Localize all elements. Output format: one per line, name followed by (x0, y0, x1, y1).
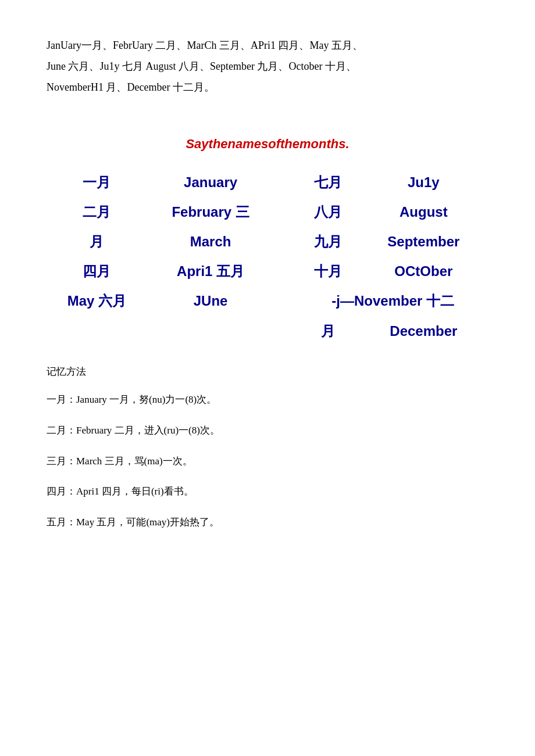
months-row-5: May 六月 JUne -j—November 十二 (47, 286, 488, 316)
spacer6 (274, 316, 297, 346)
intro-line3: NovemberH1 月、December 十二月。 (47, 81, 215, 93)
memory-item-2: 二月：February 二月，进入(ru)一(8)次。 (47, 422, 488, 440)
spacer3 (274, 227, 297, 256)
memory-item-4: 四月：Apri1 四月，每日(ri)看书。 (47, 483, 488, 501)
zh-jan: 一月 (47, 167, 147, 197)
intro-line1: JanUary一月、FebrUary 二月、MarCh 三月、APri1 四月、… (47, 40, 363, 51)
months-row-6: 月 December (47, 316, 488, 346)
empty2 (147, 316, 274, 346)
en-jun: JUne (147, 286, 274, 316)
section-title: Saythenamesofthemonths. (47, 132, 488, 156)
en-nov: -j—November 十二 (297, 286, 488, 316)
memory-item-1: 一月：January 一月，努(nu)力一(8)次。 (47, 391, 488, 409)
en-jul: Ju1y (359, 167, 488, 197)
memory-title: 记忆方法 (47, 363, 488, 381)
en-dec: December (359, 316, 488, 346)
zh-apr: 四月 (47, 256, 147, 286)
zh-dec: 月 (297, 316, 358, 346)
months-row-1: 一月 January 七月 Ju1y (47, 167, 488, 197)
zh-aug: 八月 (297, 197, 358, 227)
en-mar: March (147, 227, 274, 256)
months-table: 一月 January 七月 Ju1y 二月 February 三 八月 Augu… (47, 167, 488, 346)
memory-section: 记忆方法 一月：January 一月，努(nu)力一(8)次。 二月：Febru… (47, 363, 488, 532)
memory-item-3: 三月：March 三月，骂(ma)一次。 (47, 453, 488, 471)
zh-feb: 二月 (47, 197, 147, 227)
months-row-4: 四月 Apri1 五月 十月 OCtOber (47, 256, 488, 286)
months-row-3: 月 March 九月 September (47, 227, 488, 256)
zh-mar: 月 (47, 227, 147, 256)
months-row-2: 二月 February 三 八月 August (47, 197, 488, 227)
spacer4 (274, 256, 297, 286)
empty1 (47, 316, 147, 346)
en-sep: September (359, 227, 488, 256)
spacer1 (274, 167, 297, 197)
en-oct: OCtOber (359, 256, 488, 286)
zh-oct: 十月 (297, 256, 358, 286)
memory-item-5: 五月：May 五月，可能(may)开始热了。 (47, 514, 488, 532)
en-feb: February 三 (147, 197, 274, 227)
en-jan: January (147, 167, 274, 197)
en-aug: August (359, 197, 488, 227)
spacer2 (274, 197, 297, 227)
intro-line2: June 六月、Ju1y 七月 August 八月、September 九月、O… (47, 60, 356, 72)
zh-sep: 九月 (297, 227, 358, 256)
intro-paragraph: JanUary一月、FebrUary 二月、MarCh 三月、APri1 四月、… (47, 35, 488, 98)
zh-jul: 七月 (297, 167, 358, 197)
zh-may: May 六月 (47, 286, 147, 316)
spacer5 (274, 286, 297, 316)
en-apr: Apri1 五月 (147, 256, 274, 286)
